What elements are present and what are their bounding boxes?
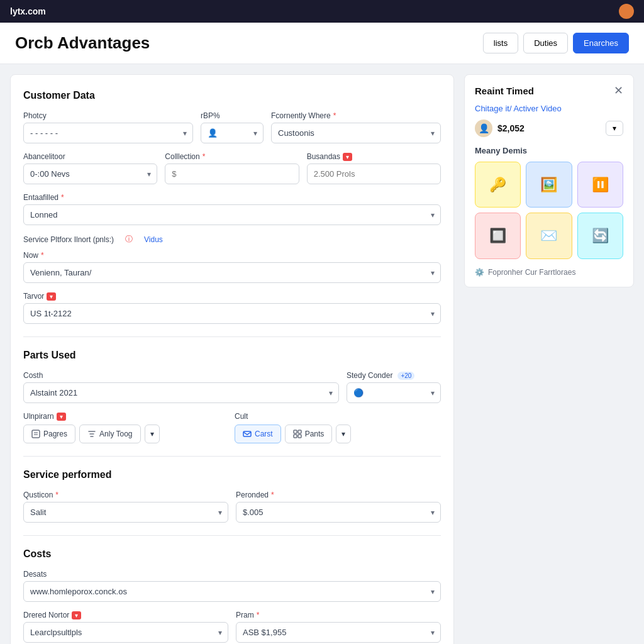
panel-dropdown-row: 👤 $2,052 ▾ xyxy=(475,119,623,137)
collection-input[interactable] xyxy=(165,164,299,184)
stedy-badge: +20 xyxy=(397,372,414,380)
searches-button[interactable]: Enarches xyxy=(573,33,629,53)
divider-2 xyxy=(23,456,441,457)
photcy-select[interactable]: - - - - - - xyxy=(23,123,193,143)
formerly-where-select-wrapper: Custoonis xyxy=(271,123,441,143)
rbp-select-wrapper: 👤 xyxy=(201,123,264,143)
ulnpirarn-buttons: Pagres Anly Toog ▾ xyxy=(23,425,230,443)
costh-select-wrapper: Alstaint 2021 xyxy=(23,382,339,403)
busandas-badge: ▾ xyxy=(343,153,352,161)
form-row-now: Now * Venienn, Tauran/ xyxy=(23,251,441,283)
user-avatar[interactable] xyxy=(619,4,634,19)
panel-footer-link[interactable]: ⚙️ Fopronher Cur Farrtloraes xyxy=(475,268,623,277)
service-row-1: Qusticon * Salit Peronded * xyxy=(23,491,441,523)
service-platform-link[interactable]: Vidus xyxy=(144,235,163,244)
peronded-select-wrapper: $.005 xyxy=(236,502,441,523)
grid-icon xyxy=(293,430,302,438)
panel-dropdown-button[interactable]: ▾ xyxy=(606,121,623,136)
form-panel: Customer Data Photcy - - - - - - rBP% 👤 xyxy=(10,74,454,644)
page-title: Orcb Advantages xyxy=(15,33,150,53)
right-panel: Reaint Timed ✕ Chitage it/ Activer Video… xyxy=(464,74,634,287)
costh-select[interactable]: Alstaint 2021 xyxy=(23,382,339,403)
svg-rect-7 xyxy=(298,435,301,438)
formerly-where-select[interactable]: Custoonis xyxy=(271,123,441,143)
duties-button[interactable]: Duties xyxy=(523,33,568,53)
collection-group: Colllection * xyxy=(165,152,299,184)
dropdown-btn-2[interactable]: ▾ xyxy=(336,425,351,443)
rbp-select[interactable]: 👤 xyxy=(201,123,264,143)
parts-row-1: Costh Alstaint 2021 Stedy Conder +20 xyxy=(23,371,441,403)
header-button-group: lists Duties Enarches xyxy=(483,33,629,53)
panel-title: Reaint Timed xyxy=(475,86,534,96)
panel-close-button[interactable]: ✕ xyxy=(614,85,623,96)
panel-user-icon: 👤 xyxy=(475,119,492,137)
stedy-select[interactable]: 🔵 xyxy=(347,382,441,403)
divider-1 xyxy=(23,336,441,337)
now-select[interactable]: Venienn, Tauran/ xyxy=(23,262,441,283)
icon-cell-flag[interactable]: ⏸️ xyxy=(577,162,623,208)
pram-required: * xyxy=(257,611,260,619)
dropdown-btn-1[interactable]: ▾ xyxy=(145,425,160,443)
rbp-group: rBP% 👤 xyxy=(201,111,264,143)
parts-row-buttons: Ulnpirarn ▾ Pagres Anly Toog ▾ xyxy=(23,412,441,443)
now-group: Now * Venienn, Tauran/ xyxy=(23,251,441,283)
icon-cell-card[interactable]: 🖼️ xyxy=(526,162,572,208)
formerly-where-label: Fcornently Where * xyxy=(271,111,441,120)
photcy-label: Photcy xyxy=(23,111,193,120)
divider-3 xyxy=(23,535,441,536)
service-platform-label: Service Pltforx Ilnort (pnls:) xyxy=(23,235,114,244)
icon-cell-mail[interactable]: ✉️ xyxy=(526,213,572,258)
carst-button[interactable]: Carst xyxy=(235,425,281,443)
entaafilled-select[interactable]: Lonned xyxy=(23,204,441,225)
parts-used-section: Parts Used Costh Alstaint 2021 Stedy Con… xyxy=(23,350,441,443)
desats-select-wrapper: www.homleporox.conck.os xyxy=(23,581,441,602)
busandas-input[interactable] xyxy=(307,164,441,184)
main-layout: Customer Data Photcy - - - - - - rBP% 👤 xyxy=(0,64,644,644)
required-star: * xyxy=(333,111,336,120)
abancelitoor-select[interactable]: 0-:00 Nevs xyxy=(23,164,157,184)
icon-cell-key[interactable]: 🔑 xyxy=(475,162,521,208)
customer-data-title: Customer Data xyxy=(23,90,441,101)
svg-rect-5 xyxy=(298,430,301,433)
desats-select[interactable]: www.homleporox.conck.os xyxy=(23,581,441,602)
ulnpirarn-group: Ulnpirarn ▾ Pagres Anly Toog ▾ xyxy=(23,412,230,443)
entaafilled-group: Entaafilled * Lonned xyxy=(23,193,441,225)
peronded-select[interactable]: $.005 xyxy=(236,502,441,523)
pram-select-wrapper: ASB $1,955 xyxy=(236,622,441,643)
collection-required: * xyxy=(203,152,206,161)
panel-sub-title: Meany Demis xyxy=(475,146,623,155)
drered-badge: ▾ xyxy=(72,611,81,619)
qusticon-select-wrapper: Salit xyxy=(23,502,228,523)
qusticon-select[interactable]: Salit xyxy=(23,502,228,523)
form-row-service-platform: Service Pltforx Ilnort (pnls:) ⓘ Vidus xyxy=(23,234,441,245)
icon-cell-face[interactable]: 🔲 xyxy=(475,213,521,258)
panel-link[interactable]: Chitage it/ Activer Video xyxy=(475,104,623,113)
cult-label: Cult xyxy=(235,412,441,421)
tarvor-group: Tarvor ▾ US 1t-2122 xyxy=(23,292,441,324)
lists-button[interactable]: lists xyxy=(483,33,518,53)
tarvor-select-wrapper: US 1t-2122 xyxy=(23,303,441,324)
form-row-2: Abancelitoor 0-:00 Nevs Colllection * xyxy=(23,152,441,184)
nav-logo: lytx.com xyxy=(10,6,46,16)
peronded-label: Peronded * xyxy=(236,491,441,499)
anly-toog-button[interactable]: Anly Toog xyxy=(79,425,140,443)
collection-label: Colllection * xyxy=(165,152,299,161)
costs-row-1: Desats www.homleporox.conck.os xyxy=(23,570,441,602)
entaafilled-required: * xyxy=(61,193,64,202)
customer-data-section: Customer Data Photcy - - - - - - rBP% 👤 xyxy=(23,90,441,324)
pram-select[interactable]: ASB $1,955 xyxy=(236,622,441,643)
tarvor-select[interactable]: US 1t-2122 xyxy=(23,303,441,324)
pages-button[interactable]: Pagres xyxy=(23,425,75,443)
mail-icon xyxy=(243,430,252,438)
drered-select[interactable]: Learclpsultlpls xyxy=(23,622,228,643)
icon-grid: 🔑 🖼️ ⏸️ 🔲 ✉️ 🔄 xyxy=(475,162,623,259)
desats-label: Desats xyxy=(23,570,441,579)
desats-group: Desats www.homleporox.conck.os xyxy=(23,570,441,602)
drered-nortor-label: Drered Nortor ▾ xyxy=(23,611,228,619)
pants-button[interactable]: Pants xyxy=(285,425,333,443)
parts-used-title: Parts Used xyxy=(23,350,441,361)
qusticon-required: * xyxy=(55,491,58,499)
icon-cell-cursor[interactable]: 🔄 xyxy=(577,213,623,258)
svg-rect-0 xyxy=(32,430,40,438)
abancelitoor-label: Abancelitoor xyxy=(23,152,157,161)
